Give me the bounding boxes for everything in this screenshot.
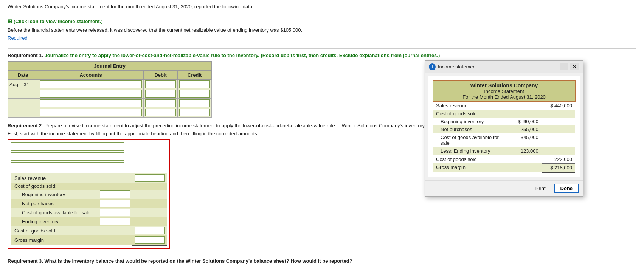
journal-entry-table: Journal Entry Date Accounts Debit Credit… <box>8 61 212 118</box>
modal-mid-gross <box>507 163 542 172</box>
intro-text: Winter Solutions Company's income statem… <box>8 4 636 9</box>
journal-row-3 <box>8 99 212 108</box>
income-statement-modal: i Income statement − ✕ Winter Solutions … <box>425 60 583 197</box>
is-header-input-1[interactable] <box>11 142 124 151</box>
is-cogs-final <box>132 183 167 190</box>
modal-title-text: Income statement <box>438 64 477 70</box>
journal-credit-2-input[interactable] <box>179 90 210 98</box>
is-final-coga <box>132 208 167 217</box>
is-final-cogs-val <box>132 226 167 235</box>
required-link[interactable]: Required <box>8 35 28 41</box>
is-body-table: Sales revenue Cost of goods sold: Beginn… <box>11 173 167 246</box>
modal-right-cogs-val: 222,000 <box>542 155 575 164</box>
is-row-beg-inv: Beginning inventory <box>11 190 167 199</box>
is-final-end-inv <box>132 217 167 226</box>
journal-date-aug: Aug. 31 <box>8 80 38 89</box>
journal-debit-2-input[interactable] <box>145 90 176 98</box>
modal-row-end-inv: Less: Ending inventory 123,000 <box>433 147 575 155</box>
modal-close-button[interactable]: ✕ <box>570 63 579 70</box>
modal-right-beg-inv <box>542 118 575 125</box>
is-label-gross-margin: Gross margin <box>11 235 98 245</box>
modal-period: For the Month Ended August 31, 2020 <box>436 94 572 100</box>
col-header-credit: Credit <box>178 71 212 80</box>
journal-credit-1-input[interactable] <box>179 80 210 88</box>
is-inner-header: Winter Solutions Company Income Statemen… <box>433 81 575 101</box>
is-input-net-purchases[interactable] <box>100 200 130 207</box>
journal-row-1: Aug. 31 <box>8 80 212 89</box>
journal-row-4 <box>8 108 212 118</box>
is-label-end-inv: Ending inventory <box>11 217 98 226</box>
journal-debit-1-input[interactable] <box>145 80 176 88</box>
is-final-sales-revenue <box>132 173 167 183</box>
req1-heading-rest: Journalize the entry to apply the lower-… <box>43 53 259 58</box>
is-cogs-sub <box>98 183 132 190</box>
is-sub-end-inv <box>98 217 132 226</box>
modal-footer: Print Done <box>425 180 583 196</box>
col-header-date: Date <box>8 71 38 80</box>
journal-credit-1-cell <box>178 80 212 89</box>
is-row-net-purchases: Net purchases <box>11 199 167 208</box>
is-input-cogs-val[interactable] <box>135 227 165 234</box>
modal-mid-cogs-label <box>507 110 542 118</box>
is-row-cogs-label: Cost of goods sold: <box>11 183 167 190</box>
before-text: Before the financial statements were rel… <box>8 27 636 33</box>
done-button[interactable]: Done <box>554 184 579 193</box>
is-label-cogs: Cost of goods sold: <box>11 183 98 190</box>
grid-icon: ⊞ <box>8 18 12 24</box>
section-divider <box>8 48 636 49</box>
req2-bold: Requirement 2. <box>8 123 43 128</box>
click-icon-link[interactable]: ⊞ (Click icon to view income statement.) <box>8 18 103 24</box>
req1-instruction: (Record debits first, then credits. Excl… <box>261 53 440 58</box>
journal-credit-3-input[interactable] <box>179 99 210 107</box>
is-input-coga[interactable] <box>100 209 130 216</box>
modal-mid-cogs-val <box>507 155 542 164</box>
journal-debit-3-input[interactable] <box>145 99 176 107</box>
is-header-input-2[interactable] <box>11 152 124 161</box>
modal-title-left: i Income statement <box>429 63 477 70</box>
journal-account-3-cell <box>38 99 143 108</box>
modal-company-name: Winter Solutions Company <box>436 82 572 88</box>
modal-content: Winter Solutions Company Income Statemen… <box>428 76 580 177</box>
modal-row-sales: Sales revenue $ 440,000 <box>433 101 575 110</box>
is-sub-gross-margin <box>98 235 132 245</box>
modal-right-sales: $ 440,000 <box>542 101 575 110</box>
is-form-container: Sales revenue Cost of goods sold: Beginn… <box>8 139 170 249</box>
journal-credit-4-input[interactable] <box>179 109 210 116</box>
journal-date-3 <box>8 99 38 108</box>
journal-credit-2-cell <box>178 89 212 99</box>
is-input-gross-margin[interactable] <box>135 236 165 244</box>
journal-date-2 <box>8 89 38 99</box>
journal-account-1-input[interactable] <box>40 80 142 88</box>
is-label-beg-inv: Beginning inventory <box>11 190 98 199</box>
journal-debit-4-input[interactable] <box>145 109 176 116</box>
is-header-input-3[interactable] <box>11 162 124 170</box>
modal-minimize-button[interactable]: − <box>560 63 568 70</box>
col-header-accounts: Accounts <box>38 71 143 80</box>
modal-mid-sales <box>507 101 542 110</box>
modal-label-gross: Gross margin <box>433 163 507 172</box>
modal-label-cogs: Cost of goods sold: <box>433 110 507 118</box>
journal-account-2-input[interactable] <box>40 90 142 98</box>
req3-rest: What is the inventory balance that would… <box>43 258 352 264</box>
journal-account-3-input[interactable] <box>40 99 142 107</box>
journal-credit-4-cell <box>178 108 212 118</box>
req1-heading: Requirement 1. Journalize the entry to a… <box>8 53 636 58</box>
is-label-net-purchases: Net purchases <box>11 199 98 208</box>
is-label-coga: Cost of goods available for sale <box>11 208 98 217</box>
print-button[interactable]: Print <box>530 184 551 193</box>
modal-label-beg-inv: Beginning inventory <box>433 118 507 125</box>
is-sub-net-purchases <box>98 199 132 208</box>
is-input-beg-inv[interactable] <box>100 190 130 198</box>
modal-label-cogs-val: Cost of goods sold <box>433 155 507 164</box>
journal-account-4-input[interactable] <box>40 109 142 116</box>
modal-mid-end-inv: 123,000 <box>507 147 542 155</box>
modal-row-cogs-label: Cost of goods sold: <box>433 110 575 118</box>
modal-right-end-inv <box>542 147 575 155</box>
req2-rest: Prepare a revised income statement to ad… <box>43 123 426 128</box>
journal-credit-3-cell <box>178 99 212 108</box>
click-icon-text: (Click icon to view income statement.) <box>14 19 103 24</box>
is-input-sales-revenue[interactable] <box>135 174 165 182</box>
col-header-debit: Debit <box>144 71 178 80</box>
modal-right-coga <box>542 133 575 147</box>
is-input-end-inv[interactable] <box>100 218 130 225</box>
